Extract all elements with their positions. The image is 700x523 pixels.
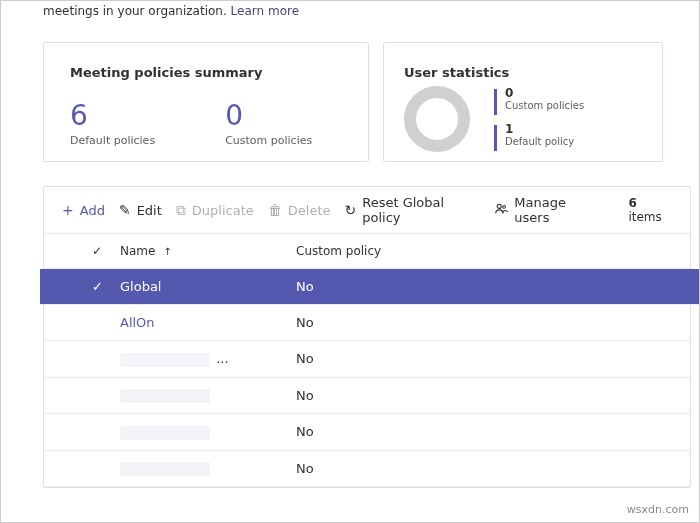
duplicate-label: Duplicate	[192, 203, 254, 218]
table-toolbar: + Add ✎ Edit ⧉ Duplicate 🗑 Delete ↻ Rese…	[44, 187, 690, 234]
ellipsis-icon: ...	[210, 351, 229, 366]
duplicate-button[interactable]: ⧉ Duplicate	[176, 203, 254, 218]
row-checkbox[interactable]: ✓	[92, 279, 120, 294]
sort-ascending-icon: ↑	[163, 246, 171, 257]
select-all-checkbox[interactable]: ✓	[92, 244, 120, 258]
stats-legend: 0 Custom policies 1 Default policy	[494, 87, 584, 151]
table-header-row: ✓ Name ↑ Custom policy	[44, 234, 690, 269]
item-count-number: 6	[628, 196, 636, 210]
column-header-custom[interactable]: Custom policy	[296, 244, 672, 258]
policy-name-link[interactable]: AllOn	[120, 315, 296, 330]
redacted-name	[120, 389, 210, 403]
svg-point-1	[503, 205, 506, 208]
item-count-label: items	[628, 210, 661, 224]
policy-name-link[interactable]	[120, 424, 296, 440]
table-row[interactable]: ✓GlobalNo	[40, 269, 699, 305]
reset-label: Reset Global policy	[362, 195, 480, 225]
watermark-text: wsxdn.com	[627, 503, 689, 516]
custom-policy-value: No	[296, 461, 672, 476]
reset-global-button[interactable]: ↻ Reset Global policy	[344, 195, 480, 225]
table-row[interactable]: No	[44, 414, 690, 451]
column-header-name[interactable]: Name ↑	[120, 244, 296, 258]
stats-default-value: 1	[505, 123, 574, 136]
policy-name-link[interactable]: ...	[120, 351, 296, 367]
edit-label: Edit	[137, 203, 162, 218]
custom-policies-label: Custom policies	[225, 134, 312, 147]
custom-policies-metric: 0 Custom policies	[225, 102, 312, 147]
people-icon	[494, 202, 508, 218]
check-icon: ✓	[92, 279, 103, 294]
custom-policy-value: No	[296, 279, 699, 294]
default-policies-value: 6	[70, 102, 155, 130]
add-button[interactable]: + Add	[62, 203, 105, 218]
column-name-label: Name	[120, 244, 155, 258]
edit-button[interactable]: ✎ Edit	[119, 203, 162, 218]
meeting-policies-summary-card: Meeting policies summary 6 Default polic…	[43, 42, 369, 162]
policy-name-link[interactable]	[120, 461, 296, 477]
pencil-icon: ✎	[119, 203, 131, 217]
intro-text: meetings in your organization. Learn mor…	[5, 1, 699, 18]
redacted-name	[120, 353, 210, 367]
learn-more-link[interactable]: Learn more	[231, 4, 299, 18]
donut-chart-icon	[404, 86, 470, 152]
delete-label: Delete	[288, 203, 331, 218]
policies-table-card: + Add ✎ Edit ⧉ Duplicate 🗑 Delete ↻ Rese…	[43, 186, 691, 488]
custom-policy-value: No	[296, 315, 672, 330]
default-policies-metric: 6 Default policies	[70, 102, 155, 147]
summary-card-title: Meeting policies summary	[70, 65, 344, 80]
redacted-name	[120, 462, 210, 476]
intro-fragment: meetings in your organization.	[43, 4, 227, 18]
custom-policies-value: 0	[225, 102, 312, 130]
summary-metrics: 6 Default policies 0 Custom policies	[70, 102, 344, 147]
trash-icon: 🗑	[268, 203, 282, 217]
summary-cards-row: Meeting policies summary 6 Default polic…	[5, 18, 699, 186]
custom-policy-value: No	[296, 388, 672, 403]
table-row[interactable]: AllOnNo	[44, 305, 690, 341]
check-icon: ✓	[92, 244, 102, 258]
manage-users-button[interactable]: Manage users	[494, 195, 600, 225]
page-content: meetings in your organization. Learn mor…	[1, 1, 699, 522]
redacted-name	[120, 426, 210, 440]
item-count: 6 items	[628, 196, 672, 224]
add-label: Add	[80, 203, 105, 218]
stats-custom-label: Custom policies	[505, 100, 584, 111]
table-row[interactable]: ...No	[44, 341, 690, 378]
policy-name-link[interactable]: Global	[120, 279, 296, 294]
stats-custom-value: 0	[505, 87, 584, 100]
legend-bar-icon	[494, 125, 497, 151]
copy-icon: ⧉	[176, 203, 186, 217]
stats-default-line: 1 Default policy	[494, 123, 584, 151]
policy-name-link[interactable]	[120, 388, 296, 404]
stats-default-label: Default policy	[505, 136, 574, 147]
table-row[interactable]: No	[44, 378, 690, 415]
stats-card-title: User statistics	[404, 65, 646, 80]
user-statistics-card: User statistics 0 Custom policies 1	[383, 42, 663, 162]
custom-policy-value: No	[296, 424, 672, 439]
delete-button[interactable]: 🗑 Delete	[268, 203, 331, 218]
refresh-icon: ↻	[344, 203, 356, 217]
default-policies-label: Default policies	[70, 134, 155, 147]
stats-custom-line: 0 Custom policies	[494, 87, 584, 115]
table-body: ✓GlobalNoAllOnNo ...NoNoNoNo	[44, 269, 690, 487]
manage-label: Manage users	[514, 195, 600, 225]
custom-policy-value: No	[296, 351, 672, 366]
table-row[interactable]: No	[44, 451, 690, 488]
svg-point-0	[498, 204, 502, 208]
legend-bar-icon	[494, 89, 497, 115]
stats-body: 0 Custom policies 1 Default policy	[404, 86, 646, 152]
plus-icon: +	[62, 203, 74, 217]
